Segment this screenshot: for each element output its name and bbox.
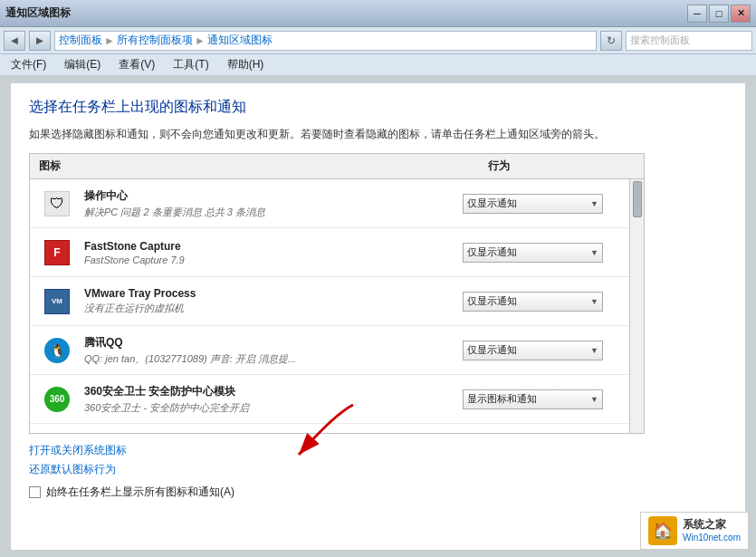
menu-file[interactable]: 文件(F)	[7, 55, 50, 74]
path-controlpanel[interactable]: 控制面板	[59, 33, 102, 48]
maximize-button[interactable]: □	[709, 5, 729, 23]
watermark-url: Win10net.com	[683, 532, 741, 543]
title-bar: 通知区域图标 ─ □ ✕	[0, 0, 756, 27]
forward-button[interactable]: ►	[29, 31, 51, 51]
search-input[interactable]: 搜索控制面板	[626, 31, 752, 51]
col-header-icon: 图标	[30, 158, 84, 174]
watermark: 🏠 系统之家 Win10net.com	[640, 512, 749, 550]
chevron-down-icon: ▼	[590, 395, 598, 404]
title-bar-buttons: ─ □ ✕	[687, 5, 751, 23]
menu-help[interactable]: 帮助(H)	[224, 55, 268, 74]
row-sub: 解决PC 问题 2 条重要消息 总共 3 条消息	[84, 206, 463, 219]
menu-bar: 文件(F) 编辑(E) 查看(V) 工具(T) 帮助(H)	[0, 54, 756, 76]
row-sub: 没有正在运行的虚拟机	[84, 302, 463, 315]
chevron-down-icon: ▼	[590, 248, 598, 257]
capture-icon: F	[44, 240, 70, 265]
row-sub: FastStone Capture 7.9	[84, 254, 463, 265]
row-icon-cell: 360	[30, 387, 84, 412]
row-icon-cell: F	[30, 240, 84, 265]
behavior-dropdown-1[interactable]: 仅显示通知 ▼	[463, 194, 603, 214]
address-bar: ◄ ► 控制面板 ► 所有控制面板项 ► 通知区域图标 ↻ 搜索控制面板	[0, 27, 756, 54]
row-action: 仅显示通知 ▼	[463, 194, 626, 214]
refresh-button[interactable]: ↻	[600, 31, 622, 51]
menu-tools[interactable]: 工具(T)	[169, 55, 212, 74]
main-content: 选择在任务栏上出现的图标和通知 如果选择隐藏图标和通知，则不会向您通知更改和更新…	[11, 83, 745, 550]
menu-edit[interactable]: 编辑(E)	[61, 55, 104, 74]
show-all-icons-checkbox[interactable]	[29, 486, 41, 498]
row-info: FastStone Capture FastStone Capture 7.9	[84, 240, 463, 265]
row-sub: 360安全卫士 - 安全防护中心完全开启	[84, 401, 463, 415]
page-description: 如果选择隐藏图标和通知，则不会向您通知更改和更新。若要随时查看隐藏的图标，请单击…	[29, 126, 645, 142]
row-action: 仅显示通知 ▼	[463, 341, 626, 360]
qq-icon: 🐧	[44, 338, 70, 363]
table-body: 🛡 操作中心 解决PC 问题 2 条重要消息 总共 3 条消息 仅显示通知 ▼ …	[30, 179, 644, 433]
row-name: VMware Tray Process	[84, 287, 463, 300]
row-info: 操作中心 解决PC 问题 2 条重要消息 总共 3 条消息	[84, 188, 463, 219]
chevron-down-icon: ▼	[590, 199, 598, 208]
row-info: 腾讯QQ QQ: jen tan、(1032771089) 声音: 开启 消息提…	[84, 335, 463, 366]
row-name: 腾讯QQ	[84, 335, 463, 351]
row-name: FastStone Capture	[84, 240, 463, 253]
icon-table: 图标 行为 🛡 操作中心 解决PC 问题 2 条重要消息 总共 3 条消息 仅显…	[29, 153, 645, 434]
page-title: 选择在任务栏上出现的图标和通知	[29, 98, 727, 117]
back-button[interactable]: ◄	[4, 31, 25, 51]
open-system-icons-link[interactable]: 打开或关闭系统图标	[29, 443, 727, 458]
bottom-links: 打开或关闭系统图标 还原默认图标行为	[29, 443, 727, 477]
row-action: 显示图标和通知 ▼	[463, 389, 626, 409]
row-action: 仅显示通知 ▼	[463, 243, 626, 263]
chevron-down-icon: ▼	[590, 346, 598, 355]
table-row: 360 360安全卫士 安全防护中心模块 360安全卫士 - 安全防护中心完全开…	[30, 375, 644, 424]
path-allitems[interactable]: 所有控制面板项	[117, 33, 193, 48]
behavior-dropdown-5[interactable]: 显示图标和通知 ▼	[463, 389, 603, 409]
address-path[interactable]: 控制面板 ► 所有控制面板项 ► 通知区域图标	[54, 31, 597, 51]
row-name: 360安全卫士 安全防护中心模块	[84, 384, 463, 399]
table-row: VM VMware Tray Process 没有正在运行的虚拟机 仅显示通知 …	[30, 277, 644, 326]
scrollbar-thumb[interactable]	[633, 181, 642, 217]
shield-icon: 🛡	[44, 191, 70, 216]
table-row: 🐧 腾讯QQ QQ: jen tan、(1032771089) 声音: 开启 消…	[30, 326, 644, 375]
col-header-behavior: 行为	[481, 158, 644, 174]
title-bar-text: 通知区域图标	[5, 5, 687, 21]
table-header: 图标 行为	[30, 154, 644, 179]
row-info: 360安全卫士 安全防护中心模块 360安全卫士 - 安全防护中心完全开启	[84, 384, 463, 415]
watermark-name: 系统之家	[683, 518, 741, 533]
minimize-button[interactable]: ─	[687, 5, 707, 23]
row-icon-cell: VM	[30, 289, 84, 314]
close-button[interactable]: ✕	[731, 5, 751, 23]
row-action: 仅显示通知 ▼	[463, 292, 626, 312]
menu-view[interactable]: 查看(V)	[115, 55, 158, 74]
path-current[interactable]: 通知区域图标	[207, 33, 273, 48]
behavior-dropdown-3[interactable]: 仅显示通知 ▼	[463, 292, 603, 312]
row-sub: QQ: jen tan、(1032771089) 声音: 开启 消息提...	[84, 352, 463, 366]
restore-default-link[interactable]: 还原默认图标行为	[29, 462, 727, 477]
behavior-dropdown-4[interactable]: 仅显示通知 ▼	[463, 341, 603, 360]
table-row: F FastStone Capture FastStone Capture 7.…	[30, 228, 644, 277]
360-icon: 360	[44, 387, 70, 412]
table-row: 🛡 操作中心 解决PC 问题 2 条重要消息 总共 3 条消息 仅显示通知 ▼	[30, 179, 644, 228]
row-icon-cell: 🛡	[30, 191, 84, 216]
checkbox-label: 始终在任务栏上显示所有图标和通知(A)	[46, 485, 234, 500]
row-name: 操作中心	[84, 188, 463, 204]
row-icon-cell: 🐧	[30, 338, 84, 363]
watermark-icon: 🏠	[648, 516, 677, 545]
behavior-dropdown-2[interactable]: 仅显示通知 ▼	[463, 243, 603, 263]
row-info: VMware Tray Process 没有正在运行的虚拟机	[84, 287, 463, 315]
vmware-icon: VM	[44, 289, 70, 314]
checkbox-line: 始终在任务栏上显示所有图标和通知(A)	[29, 485, 727, 500]
scrollbar-track[interactable]	[629, 179, 644, 433]
chevron-down-icon: ▼	[590, 297, 598, 306]
